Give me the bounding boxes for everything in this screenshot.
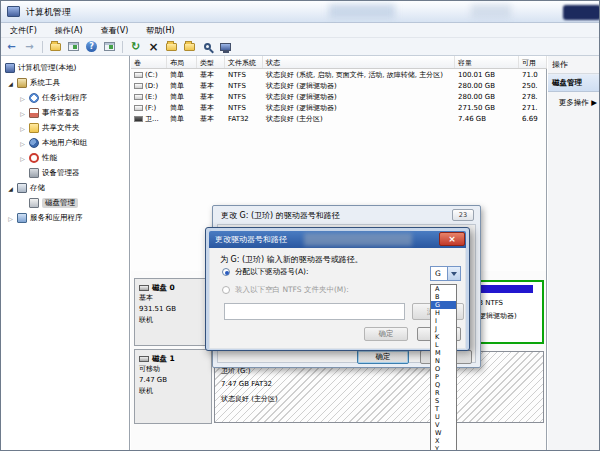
column-header-volume[interactable]: 卷 — [131, 56, 167, 68]
privacy-blur — [471, 4, 511, 18]
refresh-icon[interactable]: ↻ — [128, 40, 143, 54]
dropdown-option[interactable]: A — [431, 285, 456, 293]
dropdown-option[interactable]: K — [431, 333, 456, 341]
tree-item-task-scheduler[interactable]: ▷ 任务计划程序 — [19, 91, 87, 105]
delete-icon[interactable]: × — [146, 40, 161, 54]
task-scheduler-icon — [29, 93, 39, 103]
menu-action[interactable]: 操作(A) — [46, 23, 92, 38]
assign-letter-radio[interactable] — [222, 268, 230, 276]
find-icon[interactable] — [200, 40, 215, 54]
dropdown-option[interactable]: T — [431, 405, 456, 413]
dropdown-option[interactable]: J — [431, 325, 456, 333]
expander-icon[interactable]: ▷ — [19, 95, 26, 102]
expander-icon[interactable]: ▷ — [19, 155, 26, 162]
expander-icon[interactable]: ▷ — [7, 215, 14, 222]
privacy-blur — [304, 233, 412, 246]
system-tools-icon — [17, 78, 27, 88]
dropdown-option[interactable]: P — [431, 373, 456, 381]
chevron-down-icon[interactable] — [447, 267, 460, 280]
performance-icon — [29, 153, 39, 163]
dropdown-option[interactable]: H — [431, 309, 456, 317]
computer-icon[interactable] — [218, 40, 233, 54]
dropdown-option[interactable]: M — [431, 349, 456, 357]
dropdown-option-selected[interactable]: G — [431, 301, 456, 309]
close-icon[interactable]: × — [439, 232, 465, 246]
tree-item-shared-folders[interactable]: ▷ 共享文件夹 — [19, 121, 80, 135]
mount-path-input[interactable] — [224, 303, 405, 320]
tree-item-storage[interactable]: ◢ 存储 — [7, 181, 45, 195]
column-header-status[interactable]: 状态 — [263, 56, 455, 68]
drive-icon — [134, 105, 143, 111]
drive-letter-combobox[interactable]: G — [430, 266, 461, 281]
menu-bar: 文件(F) 操作(A) 查看(V) 帮助(H) — [1, 23, 600, 38]
window-icon — [7, 6, 20, 17]
back-icon[interactable]: ← — [4, 40, 19, 54]
drive-icon — [134, 83, 143, 89]
dropdown-option[interactable]: Q — [431, 381, 456, 389]
dropdown-option[interactable]: R — [431, 389, 456, 397]
expander-icon[interactable]: ▷ — [19, 110, 26, 117]
column-header-free[interactable]: 可用 — [519, 56, 547, 68]
expander-icon[interactable]: ◢ — [7, 185, 14, 192]
actions-panel: 操作 磁盘管理 更多操作 ▶ — [548, 56, 600, 451]
tree-item-disk-management[interactable]: 磁盘管理 — [29, 196, 78, 210]
tree-item-performance[interactable]: ▷ 性能 — [19, 151, 57, 165]
mount-folder-radio[interactable] — [222, 286, 230, 294]
volume-list-header: 卷 布局 类型 文件系统 状态 容量 可用 — [131, 56, 547, 69]
actions-section-disk-management[interactable]: 磁盘管理 — [548, 74, 600, 92]
dropdown-option[interactable]: Y — [431, 445, 456, 451]
assign-letter-radio-row: 分配以下驱动器号(A): — [222, 267, 309, 277]
column-header-type[interactable]: 类型 — [197, 56, 225, 68]
column-header-layout[interactable]: 布局 — [167, 56, 197, 68]
tree-item-event-viewer[interactable]: ▷ 事件查看器 — [19, 106, 80, 120]
column-header-capacity[interactable]: 容量 — [455, 56, 519, 68]
menu-view[interactable]: 查看(V) — [92, 23, 138, 38]
expander-icon[interactable]: ◢ — [7, 80, 14, 87]
dropdown-option[interactable]: U — [431, 413, 456, 421]
menu-file[interactable]: 文件(F) — [1, 23, 46, 38]
close-icon[interactable]: 23 — [452, 209, 474, 221]
dropdown-option[interactable]: O — [431, 365, 456, 373]
disk1-label[interactable]: 磁盘 1 可移动 7.47 GB 联机 — [134, 349, 212, 424]
ok-button[interactable]: 确定 — [357, 350, 409, 364]
privacy-blur — [329, 4, 395, 18]
more-actions-button[interactable]: 更多操作 ▶ — [548, 92, 600, 108]
tree-item-services-applications[interactable]: ▷ 服务和应用程序 — [7, 211, 83, 225]
column-header-filesystem[interactable]: 文件系统 — [225, 56, 263, 68]
menu-help[interactable]: 帮助(H) — [137, 23, 183, 38]
dropdown-option[interactable]: N — [431, 357, 456, 365]
volume-row-c[interactable]: (C:) 简单 基本 NTFS 状态良好 (系统, 启动, 页面文件, 活动, … — [131, 69, 547, 80]
dropdown-option[interactable]: W — [431, 429, 456, 437]
console-window-icon[interactable] — [66, 40, 81, 54]
dropdown-option[interactable]: L — [431, 341, 456, 349]
open-folder-icon[interactable] — [182, 40, 197, 54]
dropdown-option[interactable]: S — [431, 397, 456, 405]
tree-item-system-tools[interactable]: ◢ 系统工具 — [7, 76, 60, 90]
tree-item-device-manager[interactable]: 设备管理器 — [29, 166, 80, 180]
tree-root-computer-management[interactable]: 计算机管理(本地) — [5, 61, 76, 75]
dialog-title: 更改 G: (卫玠) 的驱动器号和路径 — [221, 210, 340, 221]
tree-item-local-users-groups[interactable]: ▷ 本地用户和组 — [19, 136, 87, 150]
disk0-label[interactable]: 磁盘 0 基本 931.51 GB 联机 — [134, 278, 212, 346]
volume-row-e[interactable]: (E:) 简单 基本 NTFS 状态良好 (逻辑驱动器) 280.00 GB 2… — [131, 91, 547, 102]
volume-row-d[interactable]: (D:) 简单 基本 NTFS 状态良好 (逻辑驱动器) 280.00 GB 2… — [131, 80, 547, 91]
expander-icon[interactable]: ▷ — [19, 125, 26, 132]
volume-row-f[interactable]: (F:) 简单 基本 NTFS 状态良好 (逻辑驱动器) 271.50 GB 2… — [131, 102, 547, 113]
drive-letter-dropdown-list[interactable]: A B G H I J K L M N O P Q R S T U V W X … — [430, 284, 457, 451]
disk-icon — [139, 285, 149, 291]
dialog-title: 更改驱动器号和路径 — [215, 235, 287, 244]
console-tree-panel: 计算机管理(本地) ◢ 系统工具 ▷ 任务计划程序 ▷ 事件查看器 ▷ 共享文件… — [1, 56, 130, 451]
forward-icon[interactable]: → — [22, 40, 37, 54]
dropdown-option[interactable]: I — [431, 317, 456, 325]
expander-icon[interactable]: ▷ — [19, 140, 26, 147]
ok-button[interactable]: 确定 — [364, 327, 408, 341]
dropdown-option[interactable]: V — [431, 421, 456, 429]
device-manager-icon — [29, 168, 39, 178]
properties-icon[interactable] — [164, 40, 179, 54]
volume-row-g[interactable]: 卫... 简单 基本 FAT32 状态良好 (主分区) 7.46 GB 6.69 — [131, 113, 547, 124]
up-one-level-icon[interactable] — [48, 40, 63, 54]
dropdown-option[interactable]: X — [431, 437, 456, 445]
dropdown-option[interactable]: B — [431, 293, 456, 301]
help-icon[interactable]: ? — [84, 40, 99, 54]
show-console-tree-icon[interactable] — [102, 40, 117, 54]
